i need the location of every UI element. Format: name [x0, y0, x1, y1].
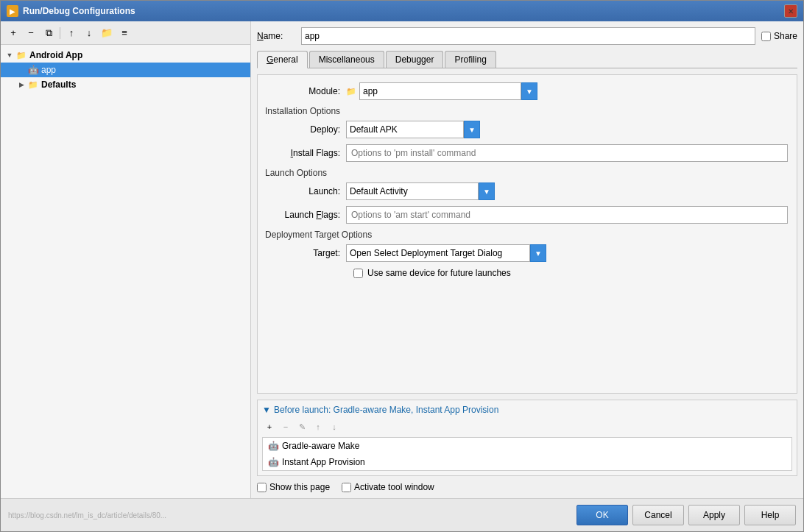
- tree-label-app: app: [41, 65, 56, 75]
- copy-config-button[interactable]: ⧉: [40, 25, 57, 41]
- app-icon: 🤖: [27, 64, 39, 76]
- bl-add-button[interactable]: +: [262, 419, 277, 434]
- bl-item-instant-app[interactable]: 🤖 Instant App Provision: [263, 454, 791, 470]
- launch-input[interactable]: [346, 182, 479, 200]
- before-launch-header[interactable]: ▼ Before launch: Gradle-aware Make, Inst…: [262, 405, 792, 415]
- bl-item-gradle[interactable]: 🤖 Gradle-aware Make: [263, 438, 791, 454]
- move-down-button[interactable]: ↓: [81, 25, 97, 41]
- config-area: Module: 📁 ▼ Installation Options Deploy:…: [257, 74, 797, 394]
- add-config-button[interactable]: +: [5, 25, 21, 41]
- instant-app-icon: 🤖: [267, 456, 279, 468]
- bl-up-button[interactable]: ↑: [311, 419, 325, 434]
- right-panel: Name: Share General Miscellaneous Debugg…: [251, 21, 803, 498]
- bl-gradle-label: Gradle-aware Make: [282, 441, 359, 451]
- name-label: Name:: [257, 31, 301, 41]
- left-toolbar: + − ⧉ ↑ ↓ 📁 ≡: [1, 21, 250, 45]
- tab-profiling[interactable]: Profiling: [445, 51, 496, 68]
- tree-item-android-app[interactable]: ▼ 📁 Android App: [1, 48, 250, 63]
- tree-label-android-app: Android App: [29, 50, 82, 60]
- show-page-checkbox[interactable]: [257, 483, 267, 492]
- activate-window-checkbox[interactable]: [342, 483, 351, 492]
- install-flags-input[interactable]: [346, 144, 788, 162]
- name-input[interactable]: [301, 27, 755, 45]
- tree-item-app[interactable]: 🤖 app: [1, 63, 250, 77]
- launch-dropdown-container: ▼: [346, 182, 495, 200]
- launch-flags-row: Launch Flags:: [265, 206, 789, 224]
- installation-options-label: Installation Options: [265, 106, 789, 116]
- show-page-container: Show this page: [257, 482, 330, 492]
- close-button[interactable]: ✕: [784, 4, 797, 18]
- before-launch-section: ▼ Before launch: Gradle-aware Make, Inst…: [257, 400, 797, 476]
- target-dropdown-container: ▼: [346, 244, 546, 262]
- defaults-icon: 📁: [27, 79, 39, 91]
- same-device-checkbox[interactable]: [353, 269, 363, 278]
- before-launch-list: 🤖 Gradle-aware Make 🤖 Instant App Provis…: [262, 437, 792, 471]
- module-input[interactable]: [359, 82, 521, 100]
- same-device-row: Use same device for future launches: [353, 268, 789, 278]
- run-debug-dialog: ▶ Run/Debug Configurations ✕ + − ⧉ ↑ ↓ 📁…: [0, 0, 804, 532]
- cancel-button[interactable]: Cancel: [632, 505, 684, 525]
- dialog-icon: ▶: [7, 5, 18, 17]
- name-row: Name: Share: [257, 27, 797, 45]
- show-page-label: Show this page: [269, 482, 330, 492]
- apply-button[interactable]: Apply: [688, 505, 740, 525]
- launch-label: Launch:: [265, 186, 346, 196]
- module-dropdown-btn[interactable]: ▼: [521, 82, 537, 100]
- module-label: Module:: [265, 86, 346, 96]
- share-checkbox[interactable]: [761, 32, 771, 41]
- launch-options-label: Launch Options: [265, 168, 789, 178]
- install-flags-row: Install Flags:: [265, 144, 789, 162]
- launch-row: Launch: ▼: [265, 182, 789, 200]
- before-launch-toolbar: + − ✎ ↑ ↓: [262, 419, 792, 434]
- tree-toggle-android-app: ▼: [4, 49, 15, 61]
- config-tree: ▼ 📁 Android App 🤖 app ▶ 📁 Defaults: [1, 45, 250, 498]
- launch-flags-input[interactable]: [346, 206, 788, 224]
- module-row: Module: 📁 ▼: [265, 82, 789, 100]
- module-dropdown-container: 📁 ▼: [346, 82, 537, 100]
- bottom-options: Show this page Activate tool window: [257, 482, 797, 492]
- tab-debugger[interactable]: Debugger: [386, 51, 444, 68]
- tab-bar: General Miscellaneous Debugger Profiling: [257, 51, 797, 68]
- dialog-title: Run/Debug Configurations: [23, 6, 135, 16]
- tree-toggle-app: [15, 64, 27, 76]
- bl-instant-app-label: Instant App Provision: [282, 457, 365, 467]
- title-bar-left: ▶ Run/Debug Configurations: [7, 5, 135, 17]
- bl-remove-button[interactable]: −: [278, 419, 293, 434]
- launch-dropdown-btn[interactable]: ▼: [479, 182, 495, 200]
- before-launch-collapse-icon: ▼: [262, 405, 271, 415]
- share-label: Share: [774, 31, 797, 41]
- tree-toggle-defaults: ▶: [15, 79, 27, 91]
- watermark: https://blog.csdn.net/lm_is_dc/article/d…: [8, 511, 572, 519]
- deploy-input[interactable]: [346, 121, 464, 138]
- main-content: + − ⧉ ↑ ↓ 📁 ≡ ▼ 📁 Android App 🤖 app: [1, 21, 803, 498]
- activate-window-container: Activate tool window: [342, 482, 434, 492]
- gradle-icon: 🤖: [267, 440, 279, 452]
- folder-button[interactable]: 📁: [99, 25, 115, 41]
- android-app-icon: 📁: [15, 49, 27, 61]
- share-container: Share: [761, 31, 797, 41]
- tab-miscellaneous[interactable]: Miscellaneous: [309, 51, 384, 68]
- target-row: Target: ▼: [265, 244, 789, 262]
- deploy-dropdown-container: ▼: [346, 121, 480, 138]
- remove-config-button[interactable]: −: [23, 25, 39, 41]
- help-button[interactable]: Help: [744, 505, 796, 525]
- bl-edit-button[interactable]: ✎: [295, 419, 309, 434]
- tree-item-defaults[interactable]: ▶ 📁 Defaults: [1, 77, 250, 92]
- target-input[interactable]: [346, 244, 530, 262]
- toolbar-separator: [60, 27, 60, 39]
- deploy-dropdown-btn[interactable]: ▼: [464, 121, 480, 138]
- left-panel: + − ⧉ ↑ ↓ 📁 ≡ ▼ 📁 Android App 🤖 app: [1, 21, 251, 498]
- deployment-target-label: Deployment Target Options: [265, 230, 789, 240]
- move-up-button[interactable]: ↑: [63, 25, 80, 41]
- sort-button[interactable]: ≡: [116, 25, 133, 41]
- bl-down-button[interactable]: ↓: [327, 419, 342, 434]
- deploy-label: Deploy:: [265, 124, 346, 135]
- tab-general[interactable]: General: [257, 51, 308, 68]
- launch-flags-label: Launch Flags:: [265, 210, 346, 220]
- target-dropdown-btn[interactable]: ▼: [530, 244, 546, 262]
- same-device-label: Use same device for future launches: [367, 268, 511, 278]
- title-bar: ▶ Run/Debug Configurations ✕: [1, 1, 803, 21]
- target-label: Target:: [265, 248, 346, 258]
- ok-button[interactable]: OK: [576, 505, 628, 525]
- activate-window-label: Activate tool window: [354, 482, 434, 492]
